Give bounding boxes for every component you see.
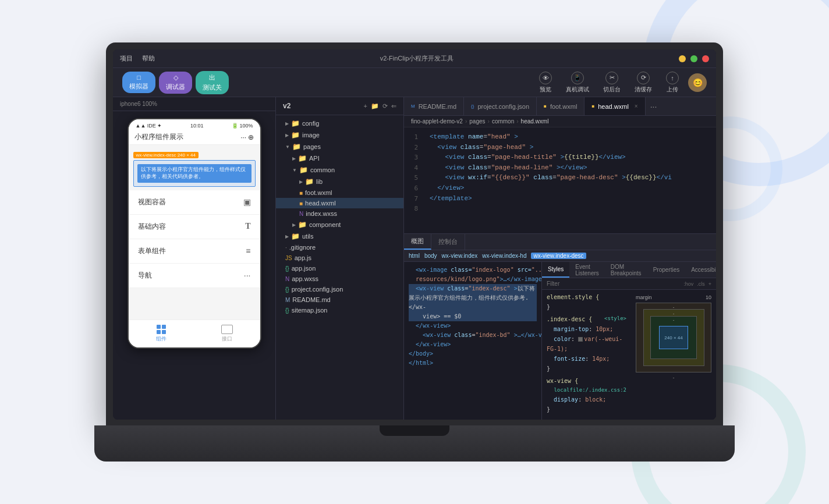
tree-item-index-wxss[interactable]: N index.wxss [276, 208, 403, 219]
upload-button[interactable]: ↑ 上传 [661, 69, 683, 96]
test-label: 测试关 [203, 83, 222, 92]
tree-item-image[interactable]: ▶ 📁 image [276, 129, 403, 141]
tree-item-gitignore[interactable]: · .gitignore [276, 242, 403, 253]
maximize-button[interactable]: □ [690, 55, 697, 62]
path-index-desc[interactable]: wx-view.index-desc [531, 253, 586, 259]
chevron-icon: ▼ [292, 168, 297, 173]
filter-hint-cls[interactable]: .cls [697, 281, 705, 287]
filter-hint-hover[interactable]: :hov [683, 281, 693, 287]
tab-more-button[interactable]: ··· [646, 102, 662, 111]
grid-cell-4 [162, 330, 166, 334]
phone-debug-button[interactable]: 📱 真机调试 [561, 69, 594, 96]
minimize-button[interactable]: – [679, 55, 686, 62]
cut-button[interactable]: ✂ 切后台 [598, 69, 625, 96]
signal-icon: ▲▲ IDE ✦ [136, 123, 162, 129]
app-toolbar: □ 模拟器 ◇ 调试器 出 测试关 👁 预览 [113, 68, 716, 97]
simulator-label: 模拟器 [129, 82, 148, 91]
clear-button[interactable]: ⟳ 清缓存 [630, 69, 657, 96]
code-line-4: <view class="page-head-line" ></view> [430, 163, 709, 173]
tree-item-project-json[interactable]: {} project.config.json [276, 284, 403, 294]
breadcrumb-file[interactable]: head.wxml [521, 118, 549, 125]
tree-item-app-json[interactable]: {} app.json [276, 263, 403, 274]
styles-tabs: Styles Event Listeners DOM Breakpoints P… [542, 262, 716, 278]
styles-tab-styles[interactable]: Styles [542, 262, 569, 278]
tree-item-pages[interactable]: ▼ 📁 pages [276, 141, 403, 152]
tree-item-lib[interactable]: ▶ 📁 lib [276, 176, 403, 187]
nav-item-interface[interactable]: 接口 [194, 322, 260, 345]
rule-close-wxview: } [547, 406, 550, 413]
path-body[interactable]: body [424, 253, 437, 259]
chevron-icon: ▶ [285, 121, 289, 126]
tree-item-app-js[interactable]: JS app.js [276, 253, 403, 263]
file-refresh-icon[interactable]: ⟳ [382, 102, 388, 110]
path-index[interactable]: wx-view.index [442, 253, 478, 259]
html-preview[interactable]: <wx-image class="index-logo" src="../res… [404, 262, 541, 420]
phone-menu-item-4[interactable]: 导航 ··· [129, 264, 260, 288]
tree-item-component[interactable]: ▶ 📁 component [276, 219, 403, 230]
preview-button[interactable]: 👁 预览 [534, 69, 557, 96]
breadcrumb-common[interactable]: common [492, 118, 514, 125]
menu-help[interactable]: 帮助 [142, 54, 155, 63]
tab-foot[interactable]: ■ foot.wxml [537, 97, 584, 115]
tree-item-config[interactable]: ▶ 📁 config [276, 118, 403, 129]
debugger-icon: ◇ [173, 74, 178, 81]
margin-label: margin [636, 294, 652, 300]
file-collapse-icon[interactable]: ⇐ [391, 102, 396, 110]
tree-item-common[interactable]: ▼ 📁 common [276, 164, 403, 176]
path-index-hd[interactable]: wx-view.index-hd [482, 253, 526, 259]
code-content[interactable]: <template name="head" > <view class="pag… [423, 127, 716, 233]
file-new-icon[interactable]: + [364, 102, 367, 110]
breadcrumb-root[interactable]: fino-applet-demo-v2 [411, 118, 463, 125]
path-html[interactable]: html [409, 253, 420, 259]
phone-menu-item-3[interactable]: 表单组件 ≡ [129, 239, 260, 264]
grid-icon [157, 325, 166, 334]
json-icon: {} [285, 286, 289, 293]
simulator-button[interactable]: □ 模拟器 [122, 72, 155, 93]
tab-close-head[interactable]: × [635, 103, 638, 109]
tree-item-readme[interactable]: M README.md [276, 294, 403, 305]
bottom-content: <wx-image class="index-logo" src="../res… [404, 262, 716, 420]
tree-item-sitemap[interactable]: {} sitemap.json [276, 305, 403, 315]
rule-source-wxview[interactable]: localfile:/.index.css:2 [554, 386, 626, 395]
rule-close-desc: } [547, 365, 550, 372]
rule-selector-element: element.style { [547, 294, 599, 300]
tab-head[interactable]: ■ head.wxml × [584, 97, 645, 115]
tree-item-app-wxss[interactable]: N app.wxss [276, 274, 403, 284]
bottom-tab-console[interactable]: 控制台 [431, 234, 465, 250]
html-line-7: </wx-view> [409, 340, 537, 349]
styles-tab-props[interactable]: Properties [647, 262, 686, 278]
code-line-8 [430, 204, 709, 214]
debugger-button[interactable]: ◇ 调试器 [159, 72, 192, 94]
styles-tab-dom[interactable]: DOM Breakpoints [605, 262, 647, 278]
phone-menu-item-2[interactable]: 基础内容 T [129, 215, 260, 239]
mode-buttons: □ 模拟器 ◇ 调试器 出 测试关 [122, 71, 229, 94]
tab-label-project: project.config.json [477, 103, 529, 110]
tree-item-foot-wxml[interactable]: ■ foot.wxml [276, 187, 403, 198]
close-button[interactable]: × [702, 55, 709, 62]
bottom-tab-overview[interactable]: 概图 [404, 234, 431, 250]
breadcrumb-pages[interactable]: pages [469, 118, 485, 125]
user-avatar[interactable]: 😊 [688, 73, 707, 92]
styles-tab-access[interactable]: Accessibility [685, 262, 716, 278]
menu-item-label-1: 视图容器 [138, 197, 166, 207]
tree-item-utils[interactable]: ▶ 📁 utils [276, 230, 403, 242]
editor-breadcrumb: fino-applet-demo-v2 › pages › common › h… [404, 116, 716, 127]
titlebar-menu: 项目 帮助 [120, 54, 155, 63]
content-box: 240 × 44 [659, 326, 688, 349]
tab-project[interactable]: {} project.config.json [464, 97, 537, 115]
code-line-6: </view> [430, 183, 709, 194]
test-button[interactable]: 出 测试关 [196, 71, 229, 94]
nav-item-component[interactable]: 组件 [129, 322, 194, 345]
styles-tab-events[interactable]: Event Listeners [569, 262, 605, 278]
folder-label-image: image [302, 132, 320, 139]
line-num-7: 7 [404, 194, 418, 204]
tab-readme[interactable]: M README.md [404, 97, 464, 115]
file-folder-icon[interactable]: 📁 [371, 102, 379, 110]
menu-item-label-3: 表单组件 [138, 246, 166, 256]
menu-project[interactable]: 项目 [120, 54, 133, 63]
filter-hint-plus[interactable]: + [708, 281, 711, 287]
tree-item-api[interactable]: ▶ 📁 API [276, 152, 403, 164]
tree-item-head-wxml[interactable]: ■ head.wxml [276, 198, 403, 208]
phone-menu-item-1[interactable]: 视图容器 ▣ [129, 190, 260, 215]
styles-filter-input[interactable] [547, 281, 680, 287]
